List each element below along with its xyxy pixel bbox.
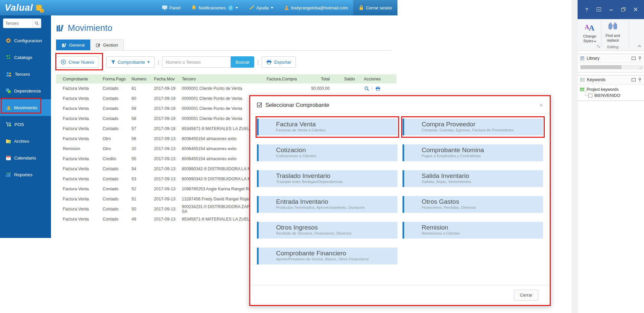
restore-icon[interactable]: [619, 7, 628, 12]
buscar-button[interactable]: Buscar: [231, 56, 254, 68]
nav-ayuda[interactable]: Ayuda: [244, 0, 279, 15]
sidebar-item-label: Reportes: [14, 172, 33, 177]
cell-fecha-mov: 2017-09-13: [154, 187, 182, 191]
ribbon-separator: [629, 21, 629, 47]
cell-numero: 59: [131, 106, 154, 111]
option-title: Compra Proveedor: [422, 121, 540, 128]
cell-numero: 20: [131, 146, 154, 151]
comprobante-option[interactable]: Cotizacion Cotizaciones a Clientes: [257, 144, 397, 161]
resize-grip-icon[interactable]: [639, 65, 643, 69]
cell-comprobante: Factura Venta: [63, 207, 103, 211]
change-styles-button[interactable]: AA Change Styles: [580, 22, 599, 44]
tercero-line1: 8006455154 almacenes exito: [182, 146, 249, 151]
nav-notificaciones[interactable]: Notificaciones 0: [186, 0, 244, 15]
table-row[interactable]: Factura Venta Contado 61 2017-09-19 0000…: [56, 83, 396, 93]
sidebar-item-movimiento[interactable]: Movimiento: [0, 99, 51, 116]
option-title: Comprobante Nomina: [422, 146, 540, 154]
close-icon[interactable]: [631, 7, 640, 12]
library-icon: [580, 56, 585, 61]
cell-fecha-mov: 2017-09-13: [154, 177, 182, 181]
nav-user[interactable]: fredyrangelcba@hotmail.com: [279, 0, 353, 15]
comprobante-option[interactable]: Salida Inventario Salidas, Bajas, Vencim…: [402, 170, 543, 187]
helper-titlebar: ?: [578, 0, 644, 19]
sidebar-item-configuracion[interactable]: Configuracion: [0, 32, 51, 49]
pin-icon[interactable]: [638, 56, 641, 61]
pin-icon[interactable]: [638, 78, 641, 82]
nav-logout[interactable]: Cerrar sesión: [353, 0, 397, 15]
tab-gestion[interactable]: Gestion: [90, 40, 124, 50]
cerrar-button[interactable]: Cerrar: [514, 290, 538, 301]
nav-panel[interactable]: Panel: [157, 0, 186, 15]
svg-text:A: A: [589, 23, 595, 32]
comprobante-option[interactable]: Remision Remisiones a Clientes: [402, 222, 543, 239]
tercero-line2: SA: [182, 209, 249, 214]
comprobante-filter-button[interactable]: Comprobante: [106, 56, 155, 68]
keyword-checkbox[interactable]: [588, 93, 592, 98]
cell-fecha-mov: 2017-09-13: [154, 207, 182, 211]
maximize-panel-icon[interactable]: [632, 57, 636, 60]
comprobante-option[interactable]: Comprobante Financiero Aporte/Prestamo d…: [257, 248, 397, 264]
wand-icon: [249, 5, 254, 10]
cell-fecha-mov: 2017-09-19: [154, 106, 182, 111]
option-subtitle: Compras, Cuentas, Egresos, Factura de Pr…: [422, 128, 540, 132]
tree-item-project-keywords[interactable]: Project keywords: [580, 87, 642, 92]
comprobante-option[interactable]: Otros Ingresos Recibido de Terceros, Fin…: [257, 222, 397, 239]
find-replace-button[interactable]: Find and replace: [602, 22, 623, 43]
tree-item-bienvenido[interactable]: BIENVENIDO: [584, 93, 642, 98]
sidebar-item-archivo[interactable]: Archivo: [0, 133, 51, 149]
comprobante-option[interactable]: Otros Gastos Financieros, Perdidas, Dive…: [402, 196, 543, 213]
library-hscrollbar[interactable]: [580, 65, 641, 69]
checkbox-check-icon: [257, 102, 262, 108]
cell-comprobante: Factura Venta: [63, 126, 103, 131]
cell-forma-pago: Contado: [103, 167, 131, 171]
sidebar-item-tercero[interactable]: Tercero: [0, 66, 51, 82]
sidebar-item-dependencia[interactable]: Dependencia: [0, 82, 51, 99]
exportar-button[interactable]: Exportar: [262, 56, 296, 68]
maximize-panel-icon[interactable]: [632, 78, 636, 81]
comprobante-option[interactable]: Traslado Inventario Traslado entre Bodeg…: [257, 170, 397, 187]
col-header-comprobante: Comprobante: [63, 75, 103, 83]
print-icon[interactable]: [375, 86, 380, 91]
library-panel-header[interactable]: Library: [578, 54, 644, 63]
layers-icon: [6, 88, 11, 93]
tab-general[interactable]: General: [56, 40, 90, 50]
keywords-panel-header[interactable]: Keywords: [578, 75, 644, 84]
sidebar-item-reportes[interactable]: Reportes: [0, 166, 51, 183]
option-subtitle: Recibido de Terceros, Financieros, Diver…: [276, 231, 394, 235]
tercero-line1: 1098765253 Angie Karina Rangel Roja: [182, 187, 249, 191]
numero-tercero-input[interactable]: [162, 56, 231, 68]
toolbar-separator: |: [257, 59, 259, 65]
help-icon[interactable]: ?: [582, 7, 591, 12]
option-subtitle: Productos Terminados, Aprovechamiento, D…: [276, 205, 394, 209]
view-magnifier-icon[interactable]: [364, 86, 369, 91]
top-bar: Valual $ Panel Notificaciones 0: [0, 0, 397, 15]
sidebar-search-button[interactable]: [32, 19, 41, 28]
sidebar-item-catalogo[interactable]: Catalogo: [0, 49, 51, 66]
monitor-icon: [162, 5, 167, 10]
sidebar-item-pos[interactable]: POS: [0, 116, 51, 133]
keywords-panel: Keywords Project keywords BIENVENIDO: [578, 75, 644, 101]
toolbar-separator: |: [158, 59, 159, 65]
comprobante-filter-label: Comprobante: [118, 60, 145, 65]
comprobante-option[interactable]: Factura Venta Facturas de Venta a Client…: [257, 119, 397, 135]
scrollbar-thumb[interactable]: [581, 65, 622, 69]
collapse-ribbon-icon[interactable]: [638, 44, 641, 48]
col-header-total: Total: [297, 75, 330, 83]
sidebar-search-input[interactable]: [3, 19, 32, 28]
ribbon-options-icon[interactable]: [595, 7, 603, 12]
option-title: Remision: [422, 224, 540, 231]
sidebar-item-calendario[interactable]: Calendario: [0, 149, 51, 166]
comprobante-option[interactable]: Entrada Inventario Productos Terminados,…: [257, 196, 397, 213]
crear-nuevo-button[interactable]: Crear Nuevo: [56, 56, 99, 68]
sidebar-item-label: Archivo: [14, 139, 29, 144]
tab-label: Gestion: [103, 43, 118, 48]
minimize-icon[interactable]: [607, 7, 615, 12]
cell-numero: 49: [131, 217, 154, 222]
close-icon[interactable]: ×: [539, 102, 543, 108]
comprobante-option[interactable]: Comprobante Nomina Pagos a Empleados y C…: [402, 144, 543, 161]
edit-icon: [96, 43, 101, 48]
dialog-launcher-icon[interactable]: [597, 45, 600, 48]
svg-text:$: $: [41, 9, 43, 13]
comprobante-option[interactable]: Compra Proveedor Compras, Cuentas, Egres…: [402, 119, 543, 135]
app-logo[interactable]: Valual $: [5, 2, 45, 13]
